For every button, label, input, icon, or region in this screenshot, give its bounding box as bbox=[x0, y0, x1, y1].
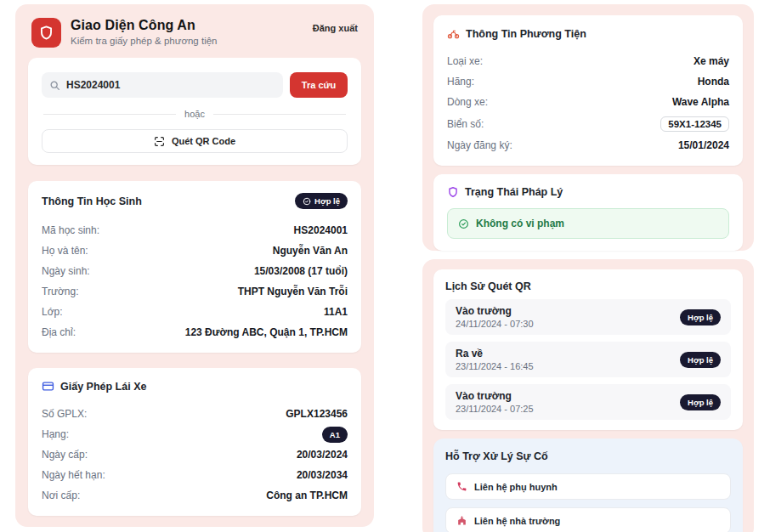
field-label: Mã học sinh: bbox=[42, 224, 99, 236]
field-label: Loại xe: bbox=[447, 55, 483, 67]
field-value: 11A1 bbox=[324, 306, 348, 318]
app-header: Giao Diện Công An Kiểm tra giấy phép & p… bbox=[28, 13, 361, 58]
vehicle-row: Dòng xe: Wave Alpha bbox=[447, 92, 729, 112]
field-label: Ngày sinh: bbox=[42, 265, 90, 277]
student-row: Họ và tên: Nguyễn Văn An bbox=[42, 241, 348, 261]
qr-valid-badge: Hợp lệ bbox=[680, 309, 721, 325]
field-value: Công an TP.HCM bbox=[266, 490, 348, 501]
vehicle-card: Thông Tin Phương Tiện Loại xe: Xe máy Hã… bbox=[433, 15, 743, 166]
qr-history-item: Vào trường 24/11/2024 - 07:30 Hợp lệ bbox=[445, 299, 731, 335]
vehicle-row: Hãng: Honda bbox=[447, 71, 729, 92]
license-row: Số GPLX: GPLX123456 bbox=[42, 404, 348, 424]
license-card: Giấy Phép Lái Xe Số GPLX: GPLX123456 Hạn… bbox=[28, 368, 361, 516]
support-title: Hỗ Trợ Xử Lý Sự Cố bbox=[445, 450, 731, 462]
student-row: Mã học sinh: HS2024001 bbox=[42, 220, 348, 241]
license-row: Hạng: A1 bbox=[42, 424, 348, 444]
qr-history-card: Lịch Sử Quét QR Vào trường 24/11/2024 - … bbox=[433, 269, 743, 430]
phone-icon bbox=[456, 481, 467, 492]
field-label: Biển số: bbox=[447, 118, 484, 130]
vehicle-legal-panel: Thông Tin Phương Tiện Loại xe: Xe máy Hã… bbox=[422, 4, 754, 251]
history-support-panel: Lịch Sử Quét QR Vào trường 24/11/2024 - … bbox=[422, 259, 754, 532]
or-divider: hoặc bbox=[43, 109, 346, 119]
qr-valid-badge: Hợp lệ bbox=[680, 352, 721, 368]
license-card-title: Giấy Phép Lái Xe bbox=[60, 381, 146, 393]
qr-time: 24/11/2024 - 07:30 bbox=[456, 319, 534, 329]
field-label: Số GPLX: bbox=[42, 408, 87, 420]
search-card: Tra cứu hoặc Quét QR Code bbox=[28, 58, 361, 165]
status-badge: Hợp lệ bbox=[295, 193, 348, 209]
field-value: 15/01/2024 bbox=[678, 139, 729, 151]
check-circle-icon bbox=[303, 197, 311, 206]
contact-school-label: Liên hệ nhà trường bbox=[474, 516, 560, 526]
student-row: Địa chỉ: 123 Đường ABC, Quận 1, TP.HCM bbox=[42, 322, 348, 342]
field-value: 123 Đường ABC, Quận 1, TP.HCM bbox=[185, 326, 348, 338]
field-label: Nơi cấp: bbox=[42, 490, 80, 501]
no-violation-status: Không có vi phạm bbox=[447, 208, 729, 239]
page-subtitle: Kiểm tra giấy phép & phương tiện bbox=[71, 36, 313, 46]
search-input-wrap bbox=[42, 72, 283, 98]
field-value: Xe máy bbox=[694, 55, 729, 67]
contact-parent-button[interactable]: Liên hệ phụ huynh bbox=[445, 473, 731, 500]
field-value: 20/03/2034 bbox=[297, 469, 348, 481]
field-value: 15/03/2008 (17 tuổi) bbox=[254, 265, 348, 277]
field-label: Hạng: bbox=[42, 428, 69, 440]
student-row: Trường: THPT Nguyễn Văn Trỗi bbox=[42, 281, 348, 302]
qr-history-item: Ra về 23/11/2024 - 16:45 Hợp lệ bbox=[445, 342, 731, 377]
qr-time: 23/11/2024 - 16:45 bbox=[456, 361, 534, 371]
header-text: Giao Diện Công An Kiểm tra giấy phép & p… bbox=[71, 18, 313, 46]
student-row: Lớp: 11A1 bbox=[42, 302, 348, 322]
field-label: Hãng: bbox=[447, 76, 474, 88]
field-value: THPT Nguyễn Văn Trỗi bbox=[238, 286, 348, 297]
field-label: Trường: bbox=[42, 286, 78, 297]
logout-button[interactable]: Đăng xuất bbox=[313, 23, 358, 33]
license-class-badge: A1 bbox=[322, 427, 348, 443]
field-value: HS2024001 bbox=[294, 224, 348, 236]
no-violation-label: Không có vi phạm bbox=[476, 218, 564, 229]
field-label: Ngày cấp: bbox=[42, 449, 88, 461]
id-card-icon bbox=[42, 380, 54, 393]
field-value: GPLX123456 bbox=[286, 408, 348, 420]
qr-history-title: Lịch Sử Quét QR bbox=[445, 280, 731, 292]
contact-school-button[interactable]: Liên hệ nhà trường bbox=[445, 507, 731, 532]
field-value: Wave Alpha bbox=[672, 96, 729, 108]
right-column: Thông Tin Phương Tiện Loại xe: Xe máy Hã… bbox=[422, 4, 754, 532]
motorbike-icon bbox=[447, 27, 460, 40]
vehicle-card-title: Thông Tin Phương Tiện bbox=[466, 28, 586, 40]
scan-qr-label: Quét QR Code bbox=[172, 136, 235, 146]
page-title: Giao Diện Công An bbox=[71, 18, 313, 33]
check-circle-green-icon bbox=[458, 218, 469, 229]
legal-status-card: Trạng Thái Pháp Lý Không có vi phạm bbox=[433, 174, 743, 251]
qr-action: Ra về bbox=[456, 348, 534, 359]
field-label: Ngày đăng ký: bbox=[447, 139, 512, 151]
contact-parent-label: Liên hệ phụ huynh bbox=[474, 482, 558, 492]
qr-history-item: Vào trường 23/11/2024 - 07:25 Hợp lệ bbox=[445, 384, 731, 420]
or-label: hoặc bbox=[184, 109, 205, 119]
app-logo bbox=[31, 18, 61, 48]
legal-shield-icon bbox=[447, 186, 459, 198]
qr-time: 23/11/2024 - 07:25 bbox=[456, 404, 534, 414]
page: Giao Diện Công An Kiểm tra giấy phép & p… bbox=[0, 0, 770, 532]
shield-icon bbox=[38, 25, 54, 41]
license-plate-badge: 59X1-12345 bbox=[660, 116, 729, 132]
scan-qr-button[interactable]: Quét QR Code bbox=[42, 129, 348, 153]
student-card: Thông Tin Học Sinh Hợp lệ Mã học sinh: H… bbox=[28, 181, 361, 353]
field-label: Dòng xe: bbox=[447, 96, 488, 108]
field-label: Ngày hết hạn: bbox=[42, 469, 105, 481]
field-value: Nguyễn Văn An bbox=[273, 245, 348, 257]
vehicle-row: Biển số: 59X1-12345 bbox=[447, 112, 729, 135]
qr-action: Vào trường bbox=[456, 390, 534, 402]
lookup-button[interactable]: Tra cứu bbox=[290, 72, 348, 98]
vehicle-row: Loại xe: Xe máy bbox=[447, 51, 729, 71]
license-row: Ngày hết hạn: 20/03/2034 bbox=[42, 465, 348, 485]
field-value: 20/03/2024 bbox=[297, 449, 348, 461]
support-card: Hỗ Trợ Xử Lý Sự Cố Liên hệ phụ huynh bbox=[433, 439, 743, 532]
field-label: Lớp: bbox=[42, 306, 63, 318]
status-badge-label: Hợp lệ bbox=[314, 196, 340, 206]
search-input[interactable] bbox=[66, 79, 275, 91]
left-panel: Giao Diện Công An Kiểm tra giấy phép & p… bbox=[15, 4, 374, 527]
search-icon bbox=[49, 80, 60, 91]
qr-scan-icon bbox=[154, 136, 165, 147]
student-card-title: Thông Tin Học Sinh bbox=[42, 195, 142, 207]
vehicle-row: Ngày đăng ký: 15/01/2024 bbox=[447, 135, 729, 156]
qr-action: Vào trường bbox=[456, 305, 534, 317]
